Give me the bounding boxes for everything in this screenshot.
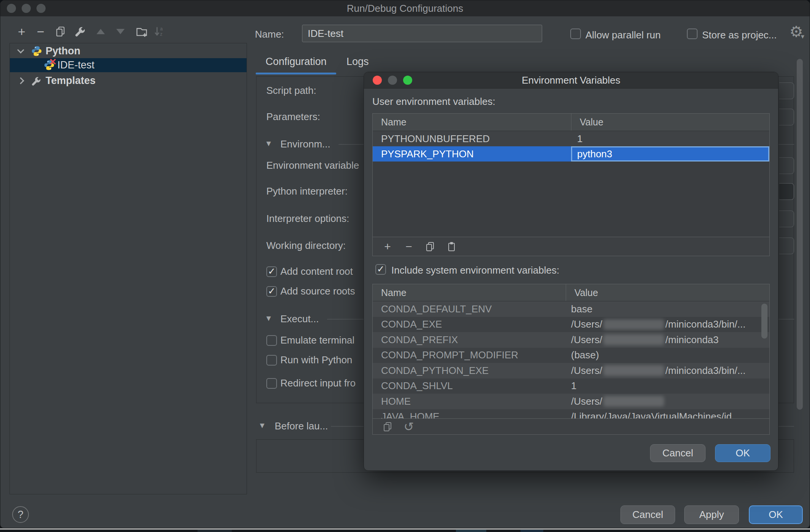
system-var-row[interactable]: JAVA_HOME/Library/Java/JavaVirtualMachin… bbox=[373, 409, 769, 419]
var-name-cell[interactable]: CONDA_EXE bbox=[373, 317, 566, 332]
var-name-cell[interactable]: PYTHONUNBUFFERED bbox=[373, 131, 571, 146]
redacted-value bbox=[603, 365, 664, 376]
add-content-roots-label: Add content root bbox=[280, 266, 353, 277]
var-value-cell[interactable]: /Library/Java/JavaVirtualMachines/jd bbox=[566, 409, 769, 419]
execution-section-label[interactable]: Execut... bbox=[280, 313, 319, 325]
tree-group-label[interactable]: Templates bbox=[46, 75, 96, 87]
column-header-value[interactable]: Value bbox=[566, 284, 769, 301]
redirect-input-checkbox[interactable] bbox=[266, 378, 277, 389]
tree-item-ide-test[interactable]: ✕ IDE-test bbox=[10, 58, 247, 72]
remove-configuration-button[interactable]: − bbox=[34, 25, 47, 38]
user-var-row[interactable]: PYSPARK_PYTHONpython3 bbox=[373, 146, 769, 162]
tree-group-label[interactable]: Python bbox=[46, 45, 81, 57]
var-name-cell[interactable]: CONDA_DEFAULT_ENV bbox=[373, 301, 566, 317]
collapse-arrow-icon[interactable]: ▾ bbox=[260, 420, 264, 431]
copy-icon[interactable] bbox=[424, 240, 437, 253]
new-folder-icon[interactable] bbox=[135, 25, 149, 38]
svg-text:z: z bbox=[160, 32, 162, 37]
copy-icon[interactable] bbox=[381, 420, 394, 433]
tree-group-templates[interactable]: Templates bbox=[10, 74, 247, 88]
environment-section-label[interactable]: Environm... bbox=[280, 138, 331, 150]
revert-icon[interactable]: ↺ bbox=[402, 420, 415, 433]
add-content-roots-checkbox[interactable]: ✓ bbox=[266, 266, 277, 277]
system-var-row[interactable]: CONDA_EXE/Users//miniconda3/bin/... bbox=[373, 317, 769, 332]
var-value-cell[interactable]: 1 bbox=[566, 378, 769, 394]
system-vars-scrollbar[interactable] bbox=[761, 304, 767, 339]
system-var-row[interactable]: HOME/Users/ bbox=[373, 394, 769, 409]
field-edge bbox=[779, 183, 794, 200]
chevron-down-icon[interactable] bbox=[17, 46, 24, 53]
var-value-cell[interactable]: (base) bbox=[566, 348, 769, 363]
include-system-env-checkbox[interactable]: ✓ bbox=[375, 264, 386, 275]
move-up-icon[interactable] bbox=[94, 25, 108, 38]
system-var-row[interactable]: CONDA_SHLVL1 bbox=[373, 378, 769, 394]
allow-parallel-run-checkbox[interactable] bbox=[570, 28, 581, 39]
var-value-cell[interactable]: /Users/ bbox=[566, 394, 769, 409]
tree-group-python[interactable]: Python bbox=[10, 44, 247, 58]
cancel-button[interactable]: Cancel bbox=[620, 505, 675, 524]
var-name-cell[interactable]: HOME bbox=[373, 394, 566, 409]
python-interpreter-label: Python interpreter: bbox=[266, 185, 348, 197]
name-input[interactable] bbox=[302, 25, 542, 42]
var-value-cell[interactable]: base bbox=[566, 301, 769, 317]
section-separator bbox=[779, 144, 794, 145]
add-configuration-button[interactable]: + bbox=[15, 25, 28, 38]
store-as-project-checkbox[interactable] bbox=[687, 28, 698, 39]
column-header-name[interactable]: Name bbox=[373, 284, 566, 301]
desktop-fragment bbox=[520, 530, 543, 532]
var-name-cell[interactable]: CONDA_SHLVL bbox=[373, 378, 566, 394]
var-name-cell[interactable]: CONDA_PREFIX bbox=[373, 332, 566, 348]
edit-templates-wrench-icon[interactable] bbox=[73, 25, 87, 38]
sort-alphabetically-icon[interactable]: az bbox=[152, 25, 166, 38]
column-header-value[interactable]: Value bbox=[571, 114, 769, 131]
tab-logs[interactable]: Logs bbox=[346, 56, 369, 68]
emulate-terminal-checkbox[interactable] bbox=[266, 335, 277, 346]
copy-configuration-icon[interactable] bbox=[54, 25, 67, 38]
collapse-arrow-icon[interactable]: ▾ bbox=[266, 138, 271, 149]
ok-button[interactable]: OK bbox=[749, 505, 803, 524]
chevron-right-icon[interactable] bbox=[17, 77, 24, 84]
system-var-row[interactable]: CONDA_PROMPT_MODIFIER(base) bbox=[373, 348, 769, 363]
var-value-cell[interactable]: python3 bbox=[571, 146, 769, 162]
svg-text:a: a bbox=[160, 26, 163, 32]
add-source-roots-checkbox[interactable]: ✓ bbox=[266, 286, 277, 297]
var-value-cell[interactable]: /Users//miniconda3 bbox=[566, 332, 769, 348]
paste-icon[interactable] bbox=[445, 240, 458, 253]
interpreter-options-label: Interpreter options: bbox=[266, 213, 349, 225]
redirect-input-label: Redirect input fro bbox=[280, 377, 356, 389]
tree-item-label[interactable]: IDE-test bbox=[57, 59, 95, 71]
tab-configuration[interactable]: Configuration bbox=[266, 56, 327, 68]
dialog-cancel-button[interactable]: Cancel bbox=[650, 444, 706, 462]
field-edge bbox=[779, 211, 794, 227]
table-empty-area[interactable] bbox=[373, 162, 769, 237]
working-directory-label: Working directory: bbox=[266, 240, 346, 252]
script-path-label: Script path: bbox=[266, 85, 316, 97]
move-down-icon[interactable] bbox=[114, 25, 127, 38]
name-label: Name: bbox=[255, 28, 284, 40]
var-value-cell[interactable]: /Users//miniconda3/bin/... bbox=[566, 363, 769, 378]
system-var-row[interactable]: CONDA_PREFIX/Users//miniconda3 bbox=[373, 332, 769, 348]
vertical-scrollbar[interactable] bbox=[797, 59, 803, 410]
var-name-cell[interactable]: CONDA_PROMPT_MODIFIER bbox=[373, 348, 566, 363]
system-var-row[interactable]: CONDA_DEFAULT_ENVbase bbox=[373, 301, 769, 317]
system-var-row[interactable]: CONDA_PYTHON_EXE/Users//miniconda3/bin/.… bbox=[373, 363, 769, 378]
apply-button[interactable]: Apply bbox=[684, 505, 739, 524]
collapse-arrow-icon[interactable]: ▾ bbox=[266, 313, 271, 323]
environment-variables-label: Environment variable bbox=[266, 160, 359, 171]
var-value-cell[interactable]: 1 bbox=[571, 131, 769, 146]
remove-variable-button[interactable]: − bbox=[402, 240, 415, 253]
run-with-python-checkbox[interactable] bbox=[266, 355, 277, 366]
run-with-python-label: Run with Python bbox=[280, 354, 352, 366]
run-debug-configurations-window: Run/Debug Configurations + − az Python bbox=[0, 0, 810, 528]
column-header-name[interactable]: Name bbox=[373, 114, 571, 131]
settings-gear-icon[interactable]: ⚙▾ bbox=[789, 24, 803, 39]
help-button[interactable]: ? bbox=[12, 506, 29, 523]
var-name-cell[interactable]: JAVA_HOME bbox=[373, 409, 566, 419]
var-name-cell[interactable]: PYSPARK_PYTHON bbox=[373, 146, 571, 162]
dialog-ok-button[interactable]: OK bbox=[715, 444, 770, 462]
add-variable-button[interactable]: + bbox=[381, 240, 394, 253]
before-launch-section-label[interactable]: Before lau... bbox=[275, 420, 328, 432]
var-value-cell[interactable]: /Users//miniconda3/bin/... bbox=[566, 317, 769, 332]
var-name-cell[interactable]: CONDA_PYTHON_EXE bbox=[373, 363, 566, 378]
user-var-row[interactable]: PYTHONUNBUFFERED1 bbox=[373, 131, 769, 146]
